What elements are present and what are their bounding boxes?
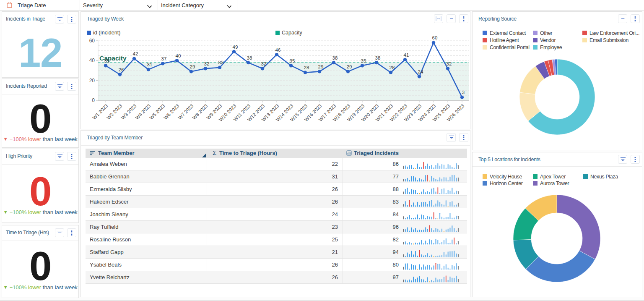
svg-text:id (Incident): id (Incident) xyxy=(93,30,120,36)
svg-text:20: 20 xyxy=(89,78,95,84)
svg-text:32: 32 xyxy=(447,61,452,66)
svg-text:W2 2023: W2 2023 xyxy=(106,103,123,120)
svg-text:0: 0 xyxy=(92,97,95,103)
svg-text:W1 2023: W1 2023 xyxy=(91,103,109,120)
svg-text:35: 35 xyxy=(290,58,295,63)
svg-text:Capacity: Capacity xyxy=(282,30,302,36)
svg-text:42: 42 xyxy=(133,51,138,56)
svg-text:60: 60 xyxy=(89,38,95,44)
svg-text:28: 28 xyxy=(304,65,309,70)
svg-text:3: 3 xyxy=(462,90,465,95)
svg-text:24: 24 xyxy=(418,69,423,74)
svg-text:60: 60 xyxy=(432,35,438,40)
svg-text:W4 2023: W4 2023 xyxy=(134,103,151,120)
svg-text:29: 29 xyxy=(190,64,195,69)
svg-text:28: 28 xyxy=(390,65,395,70)
svg-text:W7 2023: W7 2023 xyxy=(177,103,194,120)
svg-text:W6 2023: W6 2023 xyxy=(163,103,180,120)
svg-text:31: 31 xyxy=(147,62,153,67)
svg-text:38: 38 xyxy=(332,55,338,60)
svg-text:37: 37 xyxy=(161,56,167,61)
svg-text:33: 33 xyxy=(218,60,224,65)
svg-text:41: 41 xyxy=(404,52,409,58)
svg-text:29: 29 xyxy=(318,64,324,69)
svg-text:Capacity: Capacity xyxy=(99,55,127,62)
svg-text:29: 29 xyxy=(347,64,352,69)
svg-text:40: 40 xyxy=(176,53,181,58)
svg-text:35: 35 xyxy=(361,58,366,63)
svg-text:32: 32 xyxy=(261,61,267,66)
svg-text:W8 2023: W8 2023 xyxy=(191,103,208,120)
svg-text:W3 2023: W3 2023 xyxy=(120,103,137,120)
svg-text:32: 32 xyxy=(204,61,210,66)
svg-text:40: 40 xyxy=(89,58,95,63)
svg-text:38: 38 xyxy=(247,55,252,60)
svg-text:46: 46 xyxy=(275,47,281,52)
svg-text:38: 38 xyxy=(375,55,381,60)
svg-text:W5 2023: W5 2023 xyxy=(148,103,166,120)
svg-text:26: 26 xyxy=(119,67,124,72)
svg-text:49: 49 xyxy=(233,44,238,50)
